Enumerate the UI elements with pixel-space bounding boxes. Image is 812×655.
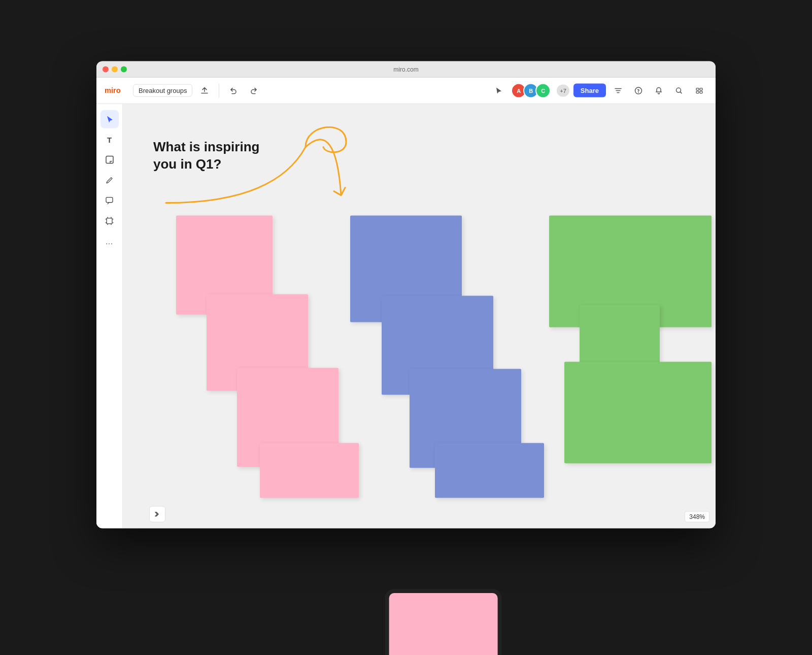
menu-icon bbox=[695, 86, 703, 94]
zoom-indicator[interactable]: 348% bbox=[685, 511, 709, 522]
search-icon-button[interactable] bbox=[671, 82, 687, 99]
canvas-annotation-text: What is inspiring you in Q1? bbox=[153, 139, 259, 173]
main-toolbar: miro Breakout groups bbox=[96, 78, 716, 104]
more-tools[interactable]: ··· bbox=[100, 234, 119, 252]
sidebar-collapse-button[interactable] bbox=[149, 506, 165, 522]
search-icon bbox=[675, 86, 683, 94]
left-toolbar: T bbox=[96, 104, 123, 529]
menu-icon-button[interactable] bbox=[691, 82, 707, 99]
settings-icon bbox=[614, 86, 622, 94]
toolbar-divider bbox=[219, 83, 219, 97]
undo-button[interactable] bbox=[225, 82, 242, 99]
maximize-button[interactable] bbox=[121, 66, 127, 72]
upload-button[interactable] bbox=[196, 82, 213, 99]
help-icon-button[interactable] bbox=[630, 82, 647, 99]
select-icon bbox=[106, 115, 114, 123]
board-name-label: Breakout groups bbox=[139, 87, 187, 94]
traffic-lights bbox=[103, 66, 127, 72]
help-icon bbox=[634, 86, 642, 94]
annotation-line2: you in Q1? bbox=[153, 156, 221, 171]
cursor-mode-icon[interactable] bbox=[491, 82, 507, 99]
avatar-count: +7 bbox=[557, 84, 569, 96]
main-area: T bbox=[96, 104, 716, 529]
svg-rect-8 bbox=[106, 197, 113, 202]
bell-icon bbox=[655, 86, 663, 94]
select-tool[interactable] bbox=[100, 110, 119, 128]
share-button[interactable]: Share bbox=[573, 84, 606, 97]
comment-tool[interactable] bbox=[100, 191, 119, 210]
svg-rect-5 bbox=[696, 91, 699, 93]
sticky-note-icon bbox=[105, 155, 114, 165]
frame-tool[interactable] bbox=[100, 212, 119, 230]
undo-icon bbox=[229, 86, 238, 94]
settings-icon-button[interactable] bbox=[610, 82, 626, 99]
svg-rect-3 bbox=[696, 88, 699, 90]
sticky-note-tool[interactable] bbox=[100, 151, 119, 169]
cursor-icon bbox=[495, 86, 503, 94]
minimize-button[interactable] bbox=[112, 66, 118, 72]
avatar: C bbox=[535, 83, 551, 98]
chevron-right-icon bbox=[154, 511, 160, 517]
close-button[interactable] bbox=[103, 66, 109, 72]
toolbar-right: A B C +7 Share bbox=[491, 82, 707, 99]
svg-text:miro: miro bbox=[105, 86, 121, 94]
redo-icon bbox=[250, 86, 258, 94]
svg-rect-4 bbox=[700, 88, 702, 90]
svg-rect-9 bbox=[107, 218, 112, 223]
notifications-icon-button[interactable] bbox=[651, 82, 667, 99]
redo-button[interactable] bbox=[246, 82, 262, 99]
more-icon: ··· bbox=[106, 239, 113, 247]
upload-icon bbox=[200, 86, 209, 94]
svg-rect-6 bbox=[700, 91, 702, 93]
board-name-button[interactable]: Breakout groups bbox=[133, 84, 192, 97]
mac-window: miro.com miro Breakout groups bbox=[96, 61, 716, 529]
frame-icon bbox=[105, 216, 114, 225]
annotation-line1: What is inspiring bbox=[153, 139, 259, 154]
svg-rect-7 bbox=[106, 156, 113, 163]
sticky-note-blue-4[interactable] bbox=[435, 443, 544, 498]
title-bar: miro.com bbox=[96, 61, 716, 78]
sticky-note-pink-4[interactable] bbox=[260, 443, 359, 498]
avatar-group: A B C bbox=[511, 83, 551, 98]
text-icon: T bbox=[107, 135, 112, 144]
pen-tool[interactable] bbox=[100, 171, 119, 189]
phone-screen bbox=[389, 593, 498, 655]
canvas-area[interactable]: What is inspiring you in Q1? bbox=[123, 104, 716, 529]
pen-icon bbox=[106, 176, 114, 184]
text-tool[interactable]: T bbox=[100, 130, 119, 149]
phone-mockup bbox=[385, 589, 502, 655]
url-display: miro.com bbox=[393, 66, 418, 73]
sticky-note-green-3[interactable] bbox=[564, 362, 712, 464]
comment-icon bbox=[105, 196, 114, 205]
miro-logo[interactable]: miro bbox=[105, 85, 125, 95]
